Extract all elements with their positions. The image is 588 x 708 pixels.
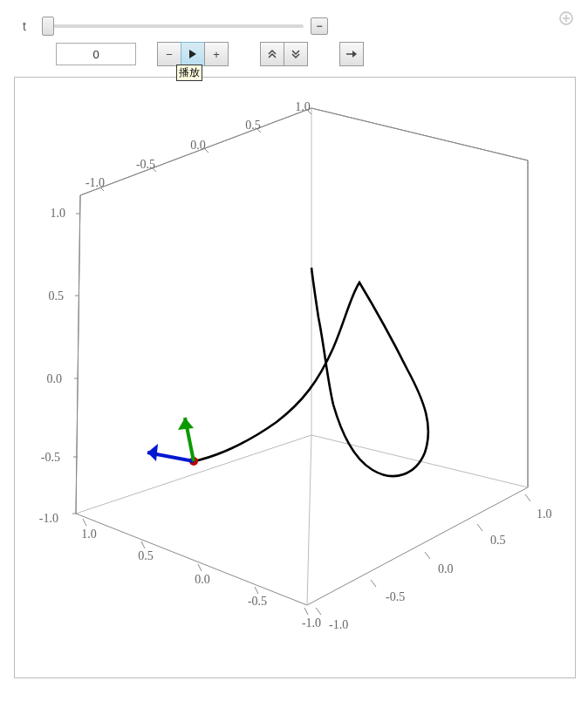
x-axis-ticks-left: 1.0 0.5 0.0 -0.5 -1.0 [81,519,321,630]
xL-tick-4: 1.0 [81,528,97,541]
collapse-button[interactable]: − [311,17,328,35]
increment-button[interactable]: + [204,42,229,66]
svg-line-27 [255,587,258,594]
normal-arrow [147,444,194,461]
speed-button-group [260,42,308,66]
plot3d-svg[interactable]: -1.0 -0.5 0.0 0.5 1.0 1.0 0.5 0.0 [15,78,575,677]
svg-line-29 [316,608,321,615]
svg-line-8 [76,195,80,514]
svg-line-7 [80,108,311,195]
tangent-arrow [178,418,194,461]
z-tick-3: 0.5 [49,289,65,303]
y-axis-ticks: -1.0 -0.5 0.0 0.5 1.0 [85,100,311,191]
svg-marker-35 [147,444,158,461]
xR-tick-1: -0.5 [386,590,405,603]
play-tooltip: 播放 [176,65,202,81]
xR-tick-2: 0.0 [438,562,454,575]
step-button-group: − + [157,42,229,66]
y-tick-0: -1.0 [85,176,105,189]
expand-controls-icon[interactable] [558,10,574,31]
y-tick-2: 0.0 [190,139,206,152]
svg-marker-5 [352,51,357,58]
param-label: t [23,19,35,33]
z-tick-4: 1.0 [51,207,66,220]
svg-line-25 [141,541,145,548]
z-tick-0: -1.0 [39,512,58,525]
play-button[interactable] [181,42,205,66]
slider-row: t − [7,7,581,38]
slider-track [42,24,304,28]
svg-line-33 [525,494,530,501]
z-tick-1: -0.5 [41,451,60,464]
xR-tick-3: 0.5 [490,534,506,547]
cube-wireframe [76,108,528,605]
svg-line-6 [311,108,528,160]
animation-controls-row: − + 播放 [7,38,581,73]
faster-button[interactable] [260,42,284,66]
svg-line-28 [304,608,308,615]
svg-line-32 [477,524,482,531]
svg-line-11 [307,435,311,605]
z-tick-2: 0.0 [47,372,63,385]
svg-line-31 [425,552,430,559]
t-slider[interactable] [42,17,304,35]
xL-tick-1: -0.5 [248,595,267,608]
svg-line-12 [76,435,311,514]
svg-marker-37 [178,418,194,430]
y-tick-1: -0.5 [136,158,155,171]
xR-tick-4: 1.0 [537,507,552,521]
svg-line-24 [83,519,86,526]
z-axis-ticks: 1.0 0.5 0.0 -0.5 -1.0 [39,207,80,525]
direction-button-group [339,42,364,66]
slider-thumb[interactable] [42,17,54,36]
slower-button[interactable] [284,42,308,66]
decrement-button[interactable]: − [157,42,181,66]
xR-tick-0: -1.0 [329,618,348,631]
svg-marker-3 [189,50,196,58]
t-value-input[interactable] [56,43,136,65]
xL-tick-2: 0.0 [195,573,210,586]
svg-line-26 [198,564,202,571]
svg-line-30 [371,580,376,587]
xL-tick-3: 0.5 [138,549,154,562]
manipulate-panel: t − − + 播放 [7,7,581,701]
plot3d-frame[interactable]: -1.0 -0.5 0.0 0.5 1.0 1.0 0.5 0.0 [14,77,576,678]
direction-button[interactable] [339,42,364,66]
xL-tick-0: -1.0 [302,616,321,630]
x-axis-ticks-right: -1.0 -0.5 0.0 0.5 1.0 [316,494,552,631]
